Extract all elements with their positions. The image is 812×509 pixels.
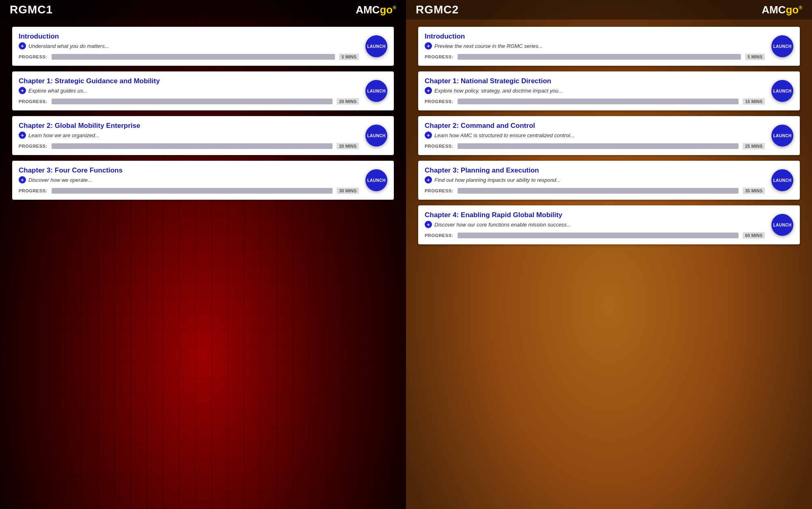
progress-bar <box>52 143 333 149</box>
course-card: Introduction + Preview the next course i… <box>418 27 800 66</box>
course-card: Introduction + Understand what you do ma… <box>12 27 394 66</box>
launch-button[interactable]: LAUNCH <box>365 80 387 102</box>
launch-button[interactable]: LAUNCH <box>771 35 793 57</box>
progress-bar <box>458 188 739 194</box>
left-panel-title: RGMC1 <box>10 3 53 16</box>
duration-badge: 60 MINS <box>743 232 765 239</box>
progress-bar <box>458 143 739 149</box>
course-subtitle-row: + Discover how our core functions enable… <box>425 221 765 228</box>
course-subtitle: Discover how our core functions enable m… <box>434 222 571 228</box>
launch-button[interactable]: LAUNCH <box>771 80 793 102</box>
duration-badge: 30 MINS <box>337 188 359 194</box>
course-card: Chapter 2: Global Mobility Enterprise + … <box>12 116 394 155</box>
progress-bar <box>52 54 335 60</box>
duration-badge: 5 MINS <box>745 54 765 60</box>
duration-badge: 5 MINS <box>339 54 359 60</box>
duration-badge: 15 MINS <box>743 98 765 105</box>
left-amc-logo: AMCgo® <box>356 4 396 16</box>
rgmc2-panel: RGMC2 AMCgo® Introduction + Preview the … <box>406 0 812 509</box>
progress-bar <box>52 188 333 194</box>
launch-button[interactable]: LAUNCH <box>771 125 793 147</box>
progress-label: PROGRESS: <box>425 144 454 149</box>
course-title: Introduction <box>425 32 765 41</box>
progress-bar <box>458 99 739 104</box>
course-title: Introduction <box>19 32 359 41</box>
progress-label: PROGRESS: <box>19 99 48 104</box>
course-title: Chapter 2: Global Mobility Enterprise <box>19 122 359 130</box>
expand-icon[interactable]: + <box>19 87 26 94</box>
course-subtitle: Learn how we are organized... <box>28 132 99 138</box>
right-course-list: Introduction + Preview the next course i… <box>406 19 812 252</box>
progress-row: PROGRESS: 20 MINS <box>19 98 359 105</box>
course-card: Chapter 3: Planning and Execution + Find… <box>418 161 800 200</box>
course-subtitle-row: + Explore how policy, strategy, and doct… <box>425 87 765 94</box>
card-inner: Chapter 2: Global Mobility Enterprise + … <box>19 122 387 149</box>
progress-label: PROGRESS: <box>19 188 48 193</box>
progress-row: PROGRESS: 15 MINS <box>425 98 765 105</box>
course-card: Chapter 1: Strategic Guidance and Mobili… <box>12 71 394 110</box>
course-subtitle: Find out how planning impacts our abilit… <box>434 177 561 183</box>
course-title: Chapter 1: Strategic Guidance and Mobili… <box>19 77 359 85</box>
duration-badge: 20 MINS <box>337 143 359 149</box>
card-inner: Introduction + Understand what you do ma… <box>19 32 387 60</box>
course-title: Chapter 3: Planning and Execution <box>425 166 765 175</box>
course-subtitle-row: + Understand what you do matters... <box>19 42 359 50</box>
course-subtitle-row: + Find out how planning impacts our abil… <box>425 176 765 183</box>
left-course-list: Introduction + Understand what you do ma… <box>0 19 406 207</box>
card-inner: Chapter 4: Enabling Rapid Global Mobilit… <box>425 211 793 239</box>
expand-icon[interactable]: + <box>425 176 432 183</box>
course-subtitle-row: + Learn how AMC is structured to ensure … <box>425 132 765 139</box>
expand-icon[interactable]: + <box>425 42 432 50</box>
course-subtitle: Discover how we operate... <box>28 177 92 183</box>
card-inner: Chapter 1: National Strategic Direction … <box>425 77 793 105</box>
expand-icon[interactable]: + <box>425 87 432 94</box>
card-inner: Introduction + Preview the next course i… <box>425 32 793 60</box>
progress-bar <box>458 233 739 238</box>
course-subtitle: Learn how AMC is structured to ensure ce… <box>434 132 574 138</box>
expand-icon[interactable]: + <box>19 176 26 183</box>
card-inner: Chapter 2: Command and Control + Learn h… <box>425 122 793 149</box>
progress-label: PROGRESS: <box>425 188 454 193</box>
right-panel-title: RGMC2 <box>416 3 459 16</box>
course-title: Chapter 3: Four Core Functions <box>19 166 359 175</box>
launch-button[interactable]: LAUNCH <box>365 35 387 57</box>
launch-button[interactable]: LAUNCH <box>365 169 387 191</box>
course-card: Chapter 4: Enabling Rapid Global Mobilit… <box>418 205 800 244</box>
course-title: Chapter 4: Enabling Rapid Global Mobilit… <box>425 211 765 219</box>
course-title: Chapter 2: Command and Control <box>425 122 765 130</box>
progress-row: PROGRESS: 20 MINS <box>19 143 359 149</box>
progress-row: PROGRESS: 30 MINS <box>19 188 359 194</box>
course-subtitle-row: + Learn how we are organized... <box>19 132 359 139</box>
course-card: Chapter 2: Command and Control + Learn h… <box>418 116 800 155</box>
course-subtitle-row: + Preview the next course in the RGMC se… <box>425 42 765 50</box>
duration-badge: 35 MINS <box>743 188 765 194</box>
expand-icon[interactable]: + <box>19 42 26 50</box>
duration-badge: 25 MINS <box>743 143 765 149</box>
progress-label: PROGRESS: <box>19 144 48 149</box>
expand-icon[interactable]: + <box>425 221 432 228</box>
progress-row: PROGRESS: 60 MINS <box>425 232 765 239</box>
course-card: Chapter 3: Four Core Functions + Discove… <box>12 161 394 200</box>
launch-button[interactable]: LAUNCH <box>365 125 387 147</box>
card-inner: Chapter 3: Four Core Functions + Discove… <box>19 166 387 194</box>
progress-label: PROGRESS: <box>425 233 454 238</box>
right-header: RGMC2 AMCgo® <box>406 0 812 19</box>
progress-row: PROGRESS: 25 MINS <box>425 143 765 149</box>
expand-icon[interactable]: + <box>19 132 26 139</box>
progress-row: PROGRESS: 5 MINS <box>425 54 765 60</box>
left-header: RGMC1 AMCgo® <box>0 0 406 19</box>
expand-icon[interactable]: + <box>425 132 432 139</box>
course-subtitle-row: + Explore what guides us... <box>19 87 359 94</box>
progress-label: PROGRESS: <box>425 99 454 104</box>
progress-label: PROGRESS: <box>19 54 48 59</box>
course-title: Chapter 1: National Strategic Direction <box>425 77 765 85</box>
card-inner: Chapter 3: Planning and Execution + Find… <box>425 166 793 194</box>
course-subtitle: Explore how policy, strategy, and doctri… <box>434 88 563 94</box>
launch-button[interactable]: LAUNCH <box>771 214 793 236</box>
progress-row: PROGRESS: 35 MINS <box>425 188 765 194</box>
course-subtitle: Preview the next course in the RGMC seri… <box>434 43 543 49</box>
progress-row: PROGRESS: 5 MINS <box>19 54 359 60</box>
course-subtitle-row: + Discover how we operate... <box>19 176 359 183</box>
right-amc-logo: AMCgo® <box>762 4 802 16</box>
launch-button[interactable]: LAUNCH <box>771 169 793 191</box>
